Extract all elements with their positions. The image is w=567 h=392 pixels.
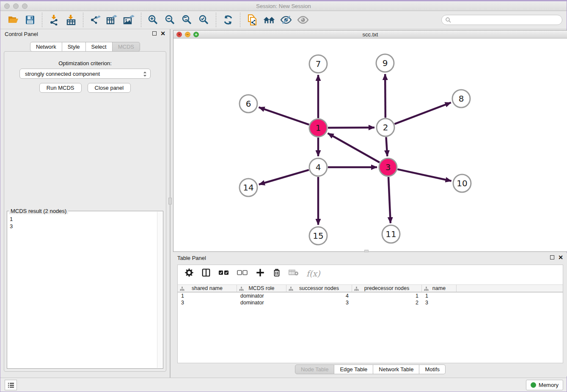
table-panel-tabs: Node TableEdge TableNetwork TableMotifs xyxy=(173,364,567,374)
search-input[interactable] xyxy=(441,15,562,25)
vertical-splitter-handle[interactable] xyxy=(168,198,172,204)
graph-node-label-3: 3 xyxy=(385,162,391,172)
function-builder-icon[interactable]: f(x) xyxy=(306,269,320,278)
export-table-icon[interactable] xyxy=(106,14,118,26)
save-session-icon[interactable] xyxy=(24,14,36,26)
toolbar-separator xyxy=(42,13,42,27)
hide-selected-icon[interactable] xyxy=(280,14,292,26)
tab-network[interactable]: Network xyxy=(30,42,62,52)
main-toolbar xyxy=(0,11,567,29)
table-cell[interactable]: 1 xyxy=(422,293,457,299)
tab-node-table[interactable]: Node Table xyxy=(295,364,335,374)
table-cell[interactable]: 1 xyxy=(178,293,237,299)
control-panel-tabs: NetworkStyleSelectMCDS xyxy=(0,42,170,52)
graph-edge-2-9[interactable] xyxy=(385,74,385,118)
first-neighbors-icon[interactable] xyxy=(263,14,275,26)
add-column-icon[interactable] xyxy=(256,268,265,279)
close-panel-button[interactable]: Close panel xyxy=(88,83,131,93)
graph-node-label-10: 10 xyxy=(457,178,467,188)
graph-node-label-7: 7 xyxy=(316,59,321,69)
table-panel-close-icon[interactable]: ✕ xyxy=(558,255,563,259)
export-image-icon[interactable] xyxy=(123,14,135,26)
graph-edge-3-1[interactable] xyxy=(328,133,380,163)
table-settings-icon[interactable] xyxy=(184,268,194,279)
new-network-from-selection-icon[interactable] xyxy=(246,14,259,26)
graph-edge-3-11[interactable] xyxy=(388,177,391,223)
open-session-icon[interactable] xyxy=(7,14,19,26)
table-cell[interactable]: dominator xyxy=(237,299,286,306)
show-all-icon[interactable] xyxy=(297,14,309,26)
zoom-out-icon[interactable] xyxy=(164,14,176,26)
import-network-icon[interactable] xyxy=(48,14,61,26)
column-header-predecessor-nodes[interactable]: predecessor nodes xyxy=(352,285,422,292)
tab-style[interactable]: Style xyxy=(62,42,86,52)
toolbar-separator xyxy=(141,13,141,27)
graph-edge-2-3[interactable] xyxy=(386,137,387,156)
delete-column-icon[interactable] xyxy=(272,268,281,279)
mcds-tab-content: Optimization criterion: strongly connect… xyxy=(4,51,166,372)
graph-edge-2-8[interactable] xyxy=(395,102,451,124)
optimization-criterion-select[interactable]: strongly connected component xyxy=(19,69,151,79)
window-titlebar: Session: New Session xyxy=(0,1,567,11)
table-cell[interactable]: 2 xyxy=(352,299,422,306)
graph-node-label-4: 4 xyxy=(316,162,321,172)
control-panel-close-icon[interactable]: ✕ xyxy=(160,31,165,36)
table-cell[interactable]: 3 xyxy=(178,299,237,306)
task-history-button[interactable] xyxy=(5,380,17,390)
select-all-check-icon[interactable] xyxy=(218,270,229,277)
graph-node-label-6: 6 xyxy=(246,99,251,109)
table-cell[interactable]: 4 xyxy=(286,293,352,299)
application-window: Session: New Session xyxy=(0,0,567,392)
control-panel: Control Panel ✕ NetworkStyleSelectMCDS O… xyxy=(0,29,171,378)
graph-node-label-8: 8 xyxy=(459,94,464,104)
memory-button[interactable]: Memory xyxy=(526,380,563,390)
column-header-MCDS-role[interactable]: MCDS role xyxy=(237,285,286,292)
graph-node-label-15: 15 xyxy=(313,231,323,241)
mcds-result-text[interactable]: 1 3 xyxy=(10,213,156,367)
result-scrollbar[interactable] xyxy=(157,212,162,368)
refresh-layout-icon[interactable] xyxy=(222,14,234,26)
column-header-shared-name[interactable]: shared name xyxy=(178,285,237,292)
export-network-icon[interactable] xyxy=(89,14,102,26)
tab-motifs[interactable]: Motifs xyxy=(419,364,446,374)
graph-edge-3-10[interactable] xyxy=(397,169,451,181)
zoom-fit-icon[interactable] xyxy=(181,14,193,26)
memory-label: Memory xyxy=(539,382,559,388)
table-row[interactable]: 1dominator411 xyxy=(178,293,563,299)
zoom-selected-icon[interactable] xyxy=(198,14,210,26)
column-header-successor-nodes[interactable]: successor nodes xyxy=(286,285,352,292)
control-panel-float-icon[interactable] xyxy=(152,31,157,36)
toolbar-separator xyxy=(240,13,240,27)
tab-network-table[interactable]: Network Table xyxy=(373,364,419,374)
import-table-icon[interactable] xyxy=(65,14,77,26)
deselect-all-check-icon[interactable] xyxy=(237,270,248,277)
window-title: Session: New Session xyxy=(0,3,567,9)
show-column-panel-icon[interactable] xyxy=(201,268,211,279)
horizontal-splitter-handle[interactable] xyxy=(364,250,369,252)
table-cell[interactable]: 3 xyxy=(286,299,352,306)
status-bar: Memory xyxy=(0,378,567,392)
tab-edge-table[interactable]: Edge Table xyxy=(334,364,373,374)
zoom-in-icon[interactable] xyxy=(147,14,160,26)
run-mcds-button[interactable]: Run MCDS xyxy=(39,83,82,93)
tab-mcds[interactable]: MCDS xyxy=(113,42,140,52)
graph-edge-1-2[interactable] xyxy=(328,127,374,128)
delete-table-icon[interactable] xyxy=(289,269,299,278)
table-row[interactable]: 3dominator323 xyxy=(178,299,563,306)
toolbar-separator xyxy=(216,13,216,27)
table-panel-float-icon[interactable] xyxy=(550,255,554,259)
column-header-name[interactable]: name xyxy=(422,285,457,292)
network-canvas[interactable]: 7968124314101511 xyxy=(173,39,567,251)
graph-node-label-1: 1 xyxy=(316,123,321,133)
graph-edge-1-6[interactable] xyxy=(259,107,309,124)
tab-select[interactable]: Select xyxy=(86,42,113,52)
graph-edge-4-14[interactable] xyxy=(259,170,309,184)
graph-node-label-11: 11 xyxy=(385,229,396,239)
table-cell[interactable]: 1 xyxy=(352,293,422,299)
graph-node-label-9: 9 xyxy=(383,58,388,68)
control-panel-title: Control Panel xyxy=(5,31,38,37)
table-cell[interactable]: dominator xyxy=(237,293,286,299)
table-panel-title: Table Panel xyxy=(177,255,206,261)
network-frame-titlebar[interactable]: × − + scc.txt xyxy=(173,30,567,39)
table-cell[interactable]: 3 xyxy=(422,299,457,306)
